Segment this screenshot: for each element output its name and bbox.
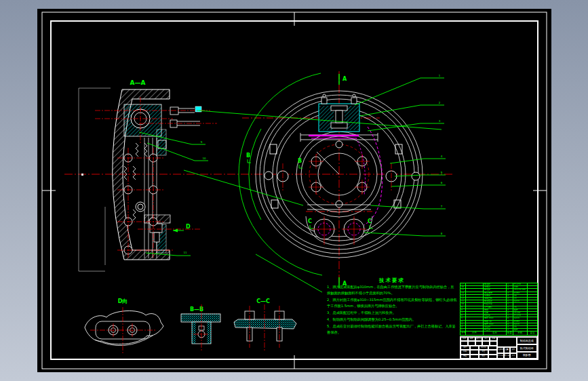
mark-d: D [186, 224, 191, 230]
bleeder-part [195, 106, 201, 112]
tech-requirement-item: 5、总成在交付前须经制动性能试验合格后方可装配出厂，并打上合格标记、入库妥善保存… [327, 323, 457, 336]
drawing-org: 装配图 [517, 352, 537, 359]
bom-header-cell: 材料 [513, 332, 528, 336]
mark-a-top: A [342, 76, 347, 82]
tech-requirement-item: 4、制动蹄片与制动鼓间隙调整为0.25~0.5mm范围内。 [327, 317, 457, 323]
parts-list-table: 17制动鼓1HT25016摩擦片4石棉15制动蹄2ZG270-50014回位弹簧… [460, 283, 537, 336]
tech-requirement-item: 1、蹄片总成装配后φ310mm，在自由工作情况下摩擦片应与制动鼓内径贴合，且接触… [327, 284, 457, 296]
drawing-sheet: 1 2 3 4 5 6 7 8 9 10 11 A—A A A B [37, 9, 551, 372]
title-block-stage-area [497, 337, 517, 347]
tech-requirement-item: 3、总成装配过程中，不得粘上油污和杂质。 [327, 310, 457, 316]
title-block-cell: 审核 [460, 355, 470, 359]
bom-header-cell: 数量 [507, 332, 513, 336]
title-block: 标记处数更改文件号签名日期设计标准化校核工艺审核批准 阶段标记 重量 比例 共 … [460, 336, 538, 359]
balloon: 6 [441, 181, 443, 184]
balloon: 11 [183, 251, 187, 254]
balloon: 8 [441, 232, 443, 235]
bom-header-cell: 备注 [528, 332, 538, 336]
mark-b-left: B [246, 153, 250, 159]
title-block-cell: 批准 [479, 355, 488, 359]
balloon: 3 [439, 119, 441, 123]
cad-viewer-background: 1 2 3 4 5 6 7 8 9 10 11 A—A A A B [0, 0, 588, 381]
drawing-code: 鼓式制动器 [517, 344, 537, 352]
technical-requirements: 技术要求 1、蹄片总成装配后φ310mm，在自由工作情况下摩擦片应与制动鼓内径贴… [327, 277, 457, 336]
title-block-middle: 阶段标记 重量 比例 共 1 张 第 1 张 1:2 [497, 337, 517, 359]
bom-header-row: 序号代号名称数量材料备注 [460, 332, 538, 336]
section-aa-label: A—A [130, 79, 146, 86]
mark-c-right: C [368, 218, 372, 224]
bom-header-cell: 序号 [460, 332, 466, 336]
mark-b-right: B [298, 158, 302, 164]
leader-lines [139, 78, 446, 256]
sheet-no: 第 1 张 [504, 353, 511, 359]
title-block-row: 审核批准 [460, 355, 497, 359]
main-view [184, 73, 442, 292]
scale-label: 比例 [510, 347, 517, 353]
balloon: 4 [441, 155, 443, 158]
tech-requirements-title: 技术要求 [327, 277, 457, 283]
sheet-total: 共 1 张 [497, 353, 504, 359]
dimension-arrow [81, 174, 83, 176]
drawing-name: 制动器总成 [517, 337, 537, 344]
section-bb-view: B—B [181, 304, 220, 350]
balloon: 1 [439, 74, 441, 77]
bom-table-body: 17制动鼓1HT25016摩擦片4石棉15制动蹄2ZG270-50014回位弹簧… [460, 283, 538, 336]
title-block-cell [470, 355, 479, 359]
title-block-cell [488, 355, 498, 359]
title-block-signature-grid: 标记处数更改文件号签名日期设计标准化校核工艺审核批准 [460, 337, 497, 359]
title-block-name-area: 制动器总成 鼓式制动器 装配图 [517, 337, 537, 359]
tech-requirement-item: 2、蹄片衬面工作面φ310~315mm范围内不得有凹坑及裂纹等缺陷，铆钉头必须低… [327, 297, 457, 309]
balloon: 9 [201, 140, 203, 144]
view-d-label: D向 [118, 298, 128, 304]
balloon: 2 [439, 101, 441, 104]
wheel-envelope-arcs [184, 73, 442, 292]
bom-cell: ZG270-500 [513, 289, 528, 292]
section-aa-view [79, 88, 217, 271]
section-cc-view: C—C [234, 298, 296, 350]
view-d: D向 [85, 298, 163, 353]
bom-header-cell: 名称 [484, 332, 507, 336]
scale-value: 1:2 [510, 353, 517, 359]
balloon: 7 [441, 205, 443, 208]
section-cc-label: C—C [256, 298, 270, 304]
balloon: 5 [441, 171, 443, 174]
stage-label: 阶段标记 [497, 347, 504, 353]
weight-label: 重量 [504, 347, 511, 353]
mark-c-left: C [308, 218, 312, 224]
bom-header-cell: 代号 [466, 332, 484, 336]
balloon: 10 [202, 157, 206, 160]
